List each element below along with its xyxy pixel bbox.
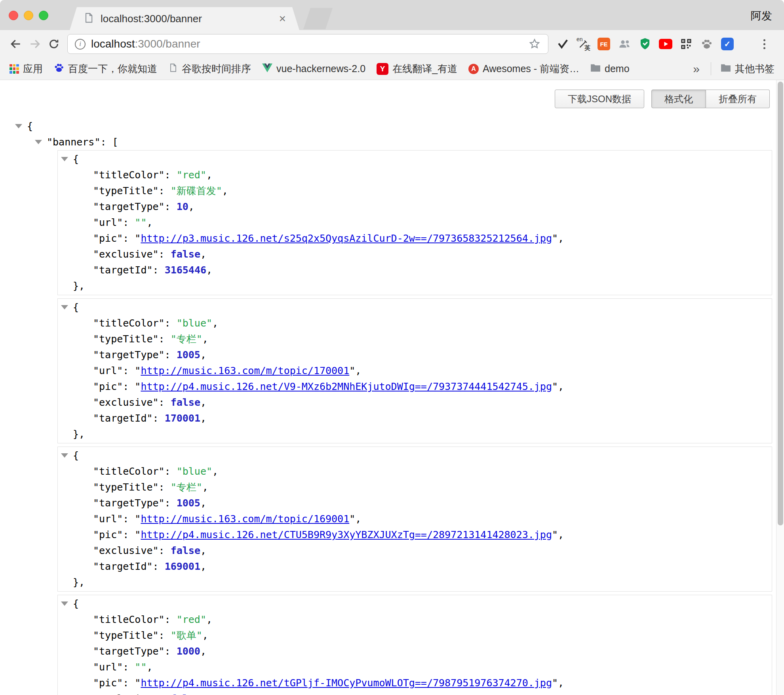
json-close-line: }, xyxy=(58,575,772,590)
collapse-toggle-icon[interactable] xyxy=(61,453,68,458)
address-bar[interactable]: i localhost:3000/banner xyxy=(67,34,548,54)
json-field-line: "exclusive": false, xyxy=(58,691,772,695)
scrollbar-thumb[interactable] xyxy=(778,82,783,525)
window-controls xyxy=(9,11,48,20)
bookmark-demo[interactable]: demo xyxy=(590,63,630,74)
fe-extension-icon[interactable]: FE xyxy=(597,37,611,51)
json-punctuation: " xyxy=(552,381,558,392)
json-field-line: "titleColor": "red", xyxy=(58,167,772,183)
json-close-line: }, xyxy=(58,426,772,442)
browser-toolbar: i localhost:3000/banner en 英 FE xyxy=(0,30,784,58)
json-key: "targetType": xyxy=(93,201,177,212)
json-punctuation: , xyxy=(188,201,194,212)
people-extension-icon[interactable] xyxy=(617,37,632,51)
collapse-toggle-icon[interactable] xyxy=(61,601,68,606)
tab-close-icon[interactable]: × xyxy=(279,13,286,25)
json-boolean-value: false xyxy=(171,248,200,260)
youdao-icon: Y xyxy=(377,63,388,75)
v-shape-extension-icon[interactable] xyxy=(556,37,570,51)
url-path: :3000/banner xyxy=(135,38,200,50)
tab-strip: localhost:3000/banner × 阿发 xyxy=(0,0,784,30)
json-number-value: 170001 xyxy=(165,412,200,424)
bookmark-vue-hackernews[interactable]: vue-hackernews-2.0 xyxy=(262,63,365,75)
json-key: "typeTitle": xyxy=(93,333,171,345)
json-open-line: { xyxy=(58,448,772,464)
json-open-line: { xyxy=(58,151,772,167)
json-field-line: "url": "", xyxy=(58,659,772,675)
format-button[interactable]: 格式化 xyxy=(651,90,706,108)
json-string-value: "red" xyxy=(177,169,206,181)
json-punctuation: , xyxy=(147,661,152,673)
banner-object: {"titleColor": "red","typeTitle": "歌单","… xyxy=(57,595,772,695)
collapse-toggle-icon[interactable] xyxy=(61,157,68,161)
json-url-link[interactable]: http://p4.music.126.net/CTU5B9R9y3XyYBZX… xyxy=(141,529,552,540)
bookmark-star-icon[interactable] xyxy=(528,38,541,50)
collapse-toggle-icon[interactable] xyxy=(61,305,68,309)
json-url-link[interactable]: http://music.163.com/m/topic/170001 xyxy=(141,365,349,376)
qr-code-extension-icon[interactable] xyxy=(679,37,693,51)
new-tab-button[interactable] xyxy=(303,8,333,29)
scrollbar[interactable] xyxy=(776,80,784,695)
json-field-line: "exclusive": false, xyxy=(58,395,772,411)
close-window-button[interactable] xyxy=(9,11,18,20)
json-view-actions: 下载JSON数据 格式化 折叠所有 xyxy=(0,80,784,108)
paw-extension-icon[interactable] xyxy=(700,37,714,51)
json-root-line: { xyxy=(0,118,784,134)
page-info-icon[interactable]: i xyxy=(75,39,86,50)
bookmark-google-sort[interactable]: 谷歌按时间排序 xyxy=(168,62,251,75)
bookmark-baidu[interactable]: 百度一下，你就知道 xyxy=(54,62,157,75)
json-punctuation: " xyxy=(349,513,355,525)
banner-object: {"titleColor": "red","typeTitle": "新碟首发"… xyxy=(57,150,772,295)
json-field-line: "exclusive": false, xyxy=(58,246,772,262)
minimize-window-button[interactable] xyxy=(24,11,33,20)
collapse-toggle-icon[interactable] xyxy=(35,140,42,144)
json-punctuation: , xyxy=(202,481,208,493)
check-badge-extension-icon[interactable]: ✓ xyxy=(720,37,735,51)
json-url-link[interactable]: http://music.163.com/m/topic/169001 xyxy=(141,513,349,525)
youtube-extension-icon[interactable] xyxy=(658,37,673,51)
json-number-value: 1000 xyxy=(177,645,200,657)
json-key: "targetId": xyxy=(93,264,165,276)
browser-menu-icon[interactable] xyxy=(756,35,772,53)
translate-extension-icon[interactable]: en 英 xyxy=(576,37,590,51)
json-punctuation: { xyxy=(73,450,79,461)
json-punctuation: , xyxy=(200,645,206,657)
json-boolean-value: false xyxy=(171,693,200,695)
profile-name[interactable]: 阿发 xyxy=(751,9,772,23)
browser-tab[interactable]: localhost:3000/banner × xyxy=(70,7,299,30)
bookmarks-overflow-icon[interactable]: » xyxy=(693,62,700,76)
json-string-value: "专栏" xyxy=(171,481,202,493)
bookmark-label: 百度一下，你就知道 xyxy=(68,62,157,75)
format-button-group: 格式化 折叠所有 xyxy=(651,90,770,108)
reload-button[interactable] xyxy=(44,34,63,53)
download-json-button[interactable]: 下载JSON数据 xyxy=(555,90,644,108)
json-key: "targetType": xyxy=(93,349,177,361)
json-close-line: }, xyxy=(58,278,772,294)
forward-button[interactable] xyxy=(25,34,44,53)
json-field-line: "pic": "http://p4.music.126.net/CTU5B9R9… xyxy=(58,527,772,543)
json-punctuation: , xyxy=(222,185,228,197)
bookmark-apps[interactable]: 应用 xyxy=(10,62,43,75)
collapse-toggle-icon[interactable] xyxy=(15,124,22,128)
json-punctuation: { xyxy=(73,598,79,609)
json-url-link[interactable]: http://p4.music.126.net/V9-MXz6b2MNhEKju… xyxy=(141,381,552,392)
url-text: localhost:3000/banner xyxy=(91,38,200,50)
back-button[interactable] xyxy=(6,34,25,53)
bookmark-awesomes[interactable]: A Awesomes - 前端资… xyxy=(468,62,579,75)
fullscreen-window-button[interactable] xyxy=(39,11,48,20)
other-bookmarks[interactable]: 其他书签 xyxy=(711,62,774,75)
collapse-all-button[interactable]: 折叠所有 xyxy=(706,90,770,108)
json-key: "exclusive": xyxy=(93,248,171,260)
folder-icon xyxy=(721,63,731,74)
json-punctuation: { xyxy=(73,302,79,313)
json-open-line: { xyxy=(58,596,772,612)
json-url-link[interactable]: http://p4.music.126.net/tGPljf-IMOCyPvum… xyxy=(141,677,552,689)
shield-extension-icon[interactable] xyxy=(638,37,652,51)
translate-zh-label: 英 xyxy=(584,44,590,52)
json-punctuation: " xyxy=(349,365,355,376)
json-url-link[interactable]: http://p3.music.126.net/s25q2x5QyqsAzilC… xyxy=(141,233,552,244)
bookmark-label: vue-hackernews-2.0 xyxy=(276,63,365,74)
json-punctuation: , xyxy=(212,466,218,477)
bookmark-youdao-translate[interactable]: Y 在线翻译_有道 xyxy=(377,62,457,75)
page-content: 下载JSON数据 格式化 折叠所有 { "banners": [ {"title… xyxy=(0,80,784,695)
